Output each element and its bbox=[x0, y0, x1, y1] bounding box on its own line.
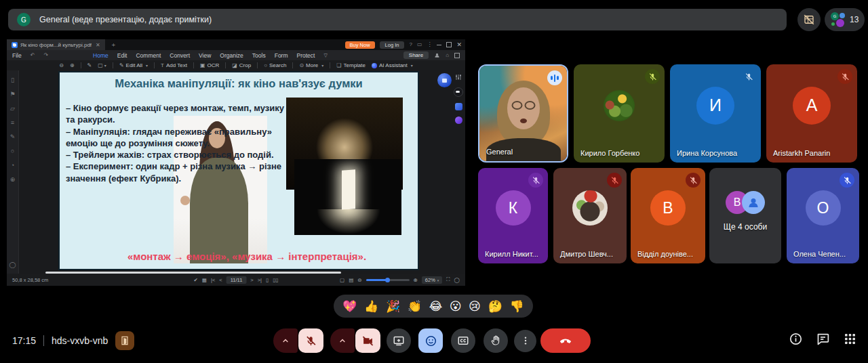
zoom-in-icon[interactable]: ⊕ bbox=[70, 62, 75, 68]
overlay-app-icon-2[interactable] bbox=[455, 103, 462, 110]
reaction-sad[interactable]: 😢 bbox=[469, 301, 481, 312]
bookmarks-panel-icon[interactable]: ⚑ bbox=[9, 91, 15, 98]
menu-form[interactable]: Form bbox=[275, 52, 288, 59]
single-page-view-icon[interactable]: ▯ bbox=[266, 277, 269, 283]
participant-tile-overflow[interactable]: В Ще 4 особи bbox=[709, 168, 781, 263]
thumbnails-panel-icon[interactable]: ▯ bbox=[11, 77, 14, 83]
participant-tile-iryna[interactable]: И Ирина Корсунова bbox=[670, 64, 761, 163]
log-in-button[interactable]: Log In bbox=[380, 41, 405, 49]
mic-options-chevron[interactable] bbox=[273, 328, 298, 353]
more-tools-button[interactable]: ⊙More bbox=[299, 62, 323, 68]
more-options-button[interactable] bbox=[514, 330, 536, 352]
participant-tile-viddil[interactable]: В Відділ доуніве... bbox=[631, 168, 705, 263]
menu-protect[interactable]: Protect bbox=[297, 52, 315, 59]
search-button[interactable]: ○Search bbox=[264, 62, 286, 68]
attachments-panel-icon[interactable]: ✎ bbox=[10, 133, 16, 140]
undo-icon[interactable]: ↶ bbox=[31, 53, 35, 58]
menu-home[interactable]: Home bbox=[93, 52, 108, 59]
participant-tile-general[interactable]: General bbox=[478, 64, 568, 163]
more-menu-icon[interactable]: ⋮ bbox=[427, 42, 432, 47]
new-tab-button[interactable]: ＋ bbox=[111, 41, 117, 49]
participants-count-button[interactable]: G 13 bbox=[825, 8, 865, 31]
prev-page-button[interactable]: < bbox=[219, 277, 222, 283]
door-icon[interactable] bbox=[115, 331, 134, 350]
reaction-surprised[interactable]: 😮 bbox=[450, 301, 462, 312]
panel-toggle-icon[interactable] bbox=[454, 53, 460, 58]
reaction-party[interactable]: 🎉 bbox=[386, 301, 400, 312]
menu-edit[interactable]: Edit bbox=[117, 52, 127, 59]
screenshare-pdf-window[interactable]: Як кіно форм...й культурі.pdf ✕ ＋ Buy No… bbox=[7, 39, 465, 286]
raise-hand-button[interactable] bbox=[484, 328, 508, 353]
reaction-laugh[interactable]: 😂 bbox=[429, 301, 443, 312]
outline-panel-icon[interactable]: ≡ bbox=[11, 119, 14, 126]
next-page-button[interactable]: > bbox=[250, 277, 253, 283]
overlay-app-icon-3[interactable] bbox=[455, 116, 462, 124]
people-icon[interactable] bbox=[434, 52, 440, 58]
shape-tool-icon[interactable]: ▢ bbox=[98, 62, 106, 68]
page-number-box[interactable]: 11/11 bbox=[226, 276, 247, 284]
floating-widget-icon[interactable] bbox=[437, 73, 452, 87]
pdf-document-tab[interactable]: Як кіно форм...й культурі.pdf ✕ bbox=[7, 39, 105, 50]
menu-view[interactable]: View bbox=[199, 52, 211, 59]
present-button[interactable] bbox=[387, 328, 411, 353]
crop-button[interactable]: ◪Crop bbox=[232, 62, 251, 68]
mic-mute-button[interactable] bbox=[298, 328, 323, 353]
info-button[interactable] bbox=[789, 332, 803, 346]
camera-mute-button[interactable] bbox=[355, 328, 380, 353]
last-page-button[interactable]: >| bbox=[258, 277, 262, 283]
menu-tools[interactable]: Tools bbox=[252, 52, 266, 59]
reaction-thumbs-down[interactable]: 👎 bbox=[509, 301, 524, 312]
select-tool-icon[interactable]: ▦ bbox=[202, 277, 207, 283]
page-layout-icon[interactable]: ▢ bbox=[340, 277, 344, 283]
participant-tile-kyrylo[interactable]: Кирило Горбенко bbox=[574, 64, 665, 163]
facing-page-view-icon[interactable]: ▯▯ bbox=[273, 277, 278, 283]
redo-icon[interactable]: ↷ bbox=[43, 53, 48, 58]
help-icon[interactable]: ? bbox=[409, 42, 412, 47]
participant-tile-olena[interactable]: О Олена Чепен... bbox=[787, 168, 859, 263]
ai-assistant-button[interactable]: AI Assistant bbox=[372, 62, 413, 68]
reaction-thumbs-up[interactable]: 👍 bbox=[364, 301, 378, 312]
ocr-button[interactable]: ▣OCR bbox=[200, 62, 219, 68]
rotate-icon[interactable]: ◯ bbox=[454, 277, 460, 283]
comments-panel-icon[interactable]: ◔ bbox=[11, 162, 14, 169]
camera-options-chevron[interactable] bbox=[330, 328, 355, 353]
home-icon[interactable]: ⌂ bbox=[446, 53, 449, 58]
captions-button[interactable] bbox=[451, 328, 475, 353]
template-button[interactable]: ❏Template bbox=[336, 62, 366, 68]
window-close-button[interactable]: ✕ bbox=[456, 41, 462, 48]
fullscreen-icon[interactable]: ⛶ bbox=[446, 276, 450, 283]
menu-convert[interactable]: Convert bbox=[170, 52, 190, 59]
edit-all-button[interactable]: ✎Edit All bbox=[119, 62, 148, 68]
participant-tile-dmytro[interactable]: Дмитро Шевч... bbox=[553, 168, 627, 263]
reaction-clap[interactable]: 👏 bbox=[408, 301, 422, 312]
first-page-button[interactable]: |< bbox=[211, 277, 215, 283]
chat-button[interactable] bbox=[816, 332, 830, 346]
overlay-app-icon-1[interactable] bbox=[454, 87, 463, 97]
sliders-icon[interactable] bbox=[454, 73, 462, 81]
activities-button[interactable] bbox=[843, 332, 857, 346]
sidebar-help-icon[interactable]: ◯ bbox=[9, 261, 16, 268]
buy-now-button[interactable]: Buy Now bbox=[345, 41, 375, 49]
zoom-in-button[interactable]: ⊕ bbox=[414, 277, 418, 283]
zoom-out-button[interactable]: ⊖ bbox=[357, 277, 361, 283]
reading-mode-icon[interactable]: ▤ bbox=[349, 277, 353, 283]
filter-icon[interactable]: ▽ bbox=[323, 53, 327, 58]
menu-comment[interactable]: Comment bbox=[136, 52, 161, 59]
signature-panel-icon[interactable]: ⊕ bbox=[10, 176, 16, 183]
layers-panel-icon[interactable]: ▱ bbox=[10, 105, 15, 112]
tab-close-icon[interactable]: ✕ bbox=[96, 42, 100, 48]
zoom-level-box[interactable]: 62% bbox=[422, 276, 443, 284]
feedback-icon[interactable]: ▭ bbox=[417, 42, 422, 47]
menu-file[interactable]: File bbox=[12, 52, 22, 59]
search-panel-icon[interactable]: ○ bbox=[11, 148, 14, 154]
hand-tool-icon[interactable]: ✔ bbox=[194, 277, 198, 283]
reaction-heart[interactable]: 💖 bbox=[342, 301, 357, 312]
reactions-button[interactable] bbox=[418, 328, 443, 353]
reaction-thinking[interactable]: 🤔 bbox=[488, 301, 502, 312]
participant-tile-aristarkh[interactable]: A Aristarkh Panarin bbox=[766, 64, 857, 163]
window-minimize-button[interactable] bbox=[437, 45, 441, 45]
pdf-share-button[interactable]: Share bbox=[403, 51, 429, 59]
window-restore-button[interactable] bbox=[446, 42, 452, 47]
highlighter-icon[interactable]: ✎ bbox=[87, 62, 92, 68]
participant-tile-kirill[interactable]: К Кирилл Никит... bbox=[478, 168, 548, 263]
